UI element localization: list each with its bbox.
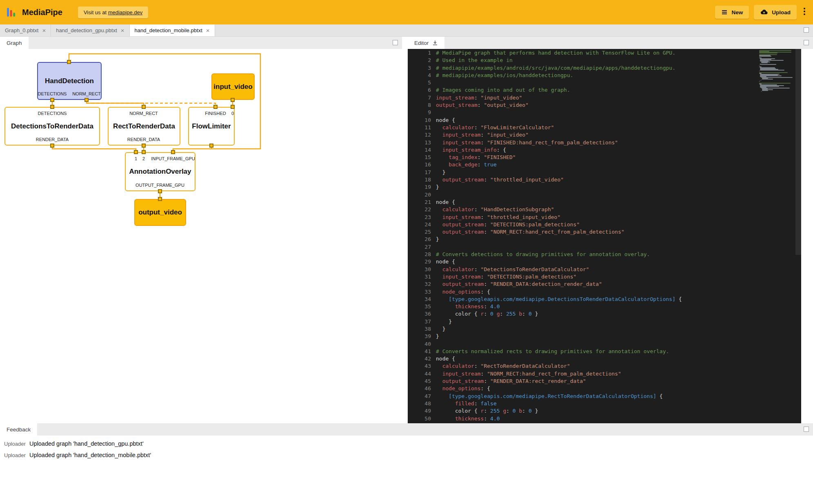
code-line[interactable]: 4# mediapipie/examples/ios/handdetection… <box>408 72 801 79</box>
code-line[interactable]: 36 color { r: 0 g: 255 b: 0 } <box>408 310 801 318</box>
code-line[interactable]: 50 thickness: 4.0 <box>408 415 801 422</box>
line-number: 21 <box>408 199 431 206</box>
code-line[interactable]: 21node { <box>408 199 801 206</box>
code-line[interactable]: 22 calculator: "HandDetectionSubgraph" <box>408 206 801 213</box>
line-number: 39 <box>408 333 431 340</box>
code-line[interactable]: 12 input_stream: "input_video" <box>408 131 801 139</box>
kebab-menu-icon[interactable] <box>802 6 806 19</box>
code-line[interactable]: 28# Converts detections to drawing primi… <box>408 251 801 258</box>
code-text: calculator: "RectToRenderDataCalculator" <box>436 363 570 370</box>
graph-popout-icon[interactable] <box>393 40 398 45</box>
port <box>142 150 146 154</box>
port <box>158 189 162 193</box>
tab-feedback[interactable]: Feedback <box>0 423 37 435</box>
tab-close-icon[interactable]: × <box>42 27 46 33</box>
code-line[interactable]: 33 node_options: { <box>408 288 801 296</box>
code-editor[interactable]: 1# MediaPipe graph that performs hand de… <box>408 49 801 423</box>
code-line[interactable]: 5 <box>408 79 801 86</box>
main-split: Graph HandDetectionDETECTIONSNORM_RECTin… <box>0 37 813 423</box>
code-line[interactable]: 27 <box>408 243 801 251</box>
code-line[interactable]: 48 filled: false <box>408 400 801 407</box>
new-button[interactable]: New <box>715 6 749 19</box>
code-line[interactable]: 24 output_stream: "DETECTIONS:palm_detec… <box>408 221 801 228</box>
panel-splitter[interactable] <box>402 37 408 423</box>
code-line[interactable]: 8output_stream: "output_video" <box>408 102 801 109</box>
code-line[interactable]: 34 [type.googleapis.com/mediapipe.Detect… <box>408 296 801 303</box>
tab-editor[interactable]: Editor <box>408 37 444 49</box>
editor-scrollbar[interactable] <box>795 49 801 255</box>
graph-node-input-video[interactable]: input_video <box>211 73 255 100</box>
line-number: 6 <box>408 86 431 94</box>
node-label: DetectionsToRenderData <box>11 122 93 130</box>
code-text: color { r: 0 g: 255 b: 0 } <box>436 310 538 318</box>
code-line[interactable]: 47 [type.googleapis.com/mediapipe.RectTo… <box>408 393 801 400</box>
code-line[interactable]: 37 } <box>408 318 801 325</box>
code-line[interactable]: 45 output_stream: "RENDER_DATA:rect_rend… <box>408 378 801 385</box>
line-number: 49 <box>408 407 431 415</box>
port-label: NORM_RECT <box>129 111 158 116</box>
code-line[interactable]: 26} <box>408 236 801 243</box>
graph-node-output-video[interactable]: output_video <box>134 199 186 226</box>
code-line[interactable]: 25 output_stream: "NORM_RECT:hand_rect_f… <box>408 228 801 236</box>
code-line[interactable]: 44 input_stream: "NORM_RECT:hand_rect_fr… <box>408 370 801 378</box>
code-line[interactable]: 23 input_stream: "throttled_input_video" <box>408 214 801 221</box>
code-line[interactable]: 9 <box>408 109 801 116</box>
node-label: HandDetection <box>45 77 94 85</box>
line-number: 32 <box>408 281 431 288</box>
code-line[interactable]: 17 } <box>408 169 801 176</box>
visit-link[interactable]: mediapipe.dev <box>108 9 143 15</box>
tab-close-icon[interactable]: × <box>121 27 124 33</box>
code-text: output_stream: "DETECTIONS:palm_detectio… <box>436 221 580 228</box>
code-line[interactable]: 2# Used in the example in <box>408 57 801 64</box>
code-line[interactable]: 49 color { r: 255 g: 0 b: 0 } <box>408 407 801 415</box>
line-number: 30 <box>408 266 431 273</box>
tab-close-icon[interactable]: × <box>206 27 210 33</box>
line-number: 47 <box>408 393 431 400</box>
code-line[interactable]: 6# Images coming into and out of the gra… <box>408 86 801 94</box>
code-line[interactable]: 32 output_stream: "RENDER_DATA:detection… <box>408 281 801 288</box>
code-line[interactable]: 18 output_stream: "throttled_input_video… <box>408 176 801 183</box>
code-line[interactable]: 11 calculator: "FlowLimiterCalculator" <box>408 124 801 131</box>
code-line[interactable]: 46 node_options: { <box>408 385 801 392</box>
code-line[interactable]: 42node { <box>408 355 801 363</box>
code-line[interactable]: 7input_stream: "input_video" <box>408 94 801 102</box>
editor-minimap[interactable] <box>759 50 794 92</box>
line-number: 41 <box>408 348 431 355</box>
tabbar-popout-icon[interactable] <box>804 27 809 33</box>
code-line[interactable]: 10node { <box>408 117 801 124</box>
code-line[interactable]: 19} <box>408 183 801 191</box>
file-tab[interactable]: Graph_0.pbtxt× <box>0 24 51 36</box>
code-text: thickness: 4.0 <box>436 415 500 422</box>
editor-popout-icon[interactable] <box>804 40 809 45</box>
code-line[interactable]: 31 input_stream: "DETECTIONS:palm_detect… <box>408 273 801 281</box>
line-number: 13 <box>408 139 431 146</box>
code-line[interactable]: 16 back_edge: true <box>408 161 801 168</box>
download-icon[interactable] <box>432 40 438 46</box>
line-number: 34 <box>408 296 431 303</box>
code-line[interactable]: 38 } <box>408 325 801 333</box>
code-line[interactable]: 3# mediapipie/examples/android/src/java/… <box>408 64 801 72</box>
file-tab[interactable]: hand_detection_mobile.pbtxt× <box>130 24 215 36</box>
upload-button[interactable]: Upload <box>754 5 797 20</box>
code-text: calculator: "FlowLimiterCalculator" <box>436 124 554 131</box>
tab-graph[interactable]: Graph <box>0 37 29 49</box>
code-line[interactable]: 14 input_stream_info: { <box>408 146 801 154</box>
file-tabs: Graph_0.pbtxt×hand_detection_gpu.pbtxt×h… <box>0 24 215 36</box>
code-line[interactable]: 39} <box>408 333 801 340</box>
code-text: } <box>436 318 452 325</box>
file-tab[interactable]: hand_detection_gpu.pbtxt× <box>51 24 129 36</box>
code-line[interactable]: 43 calculator: "RectToRenderDataCalculat… <box>408 363 801 370</box>
code-line[interactable]: 41# Converts normalized rects to drawing… <box>408 348 801 355</box>
line-number: 50 <box>408 415 431 422</box>
file-tab-label: Graph_0.pbtxt <box>5 27 38 33</box>
code-line[interactable]: 20 <box>408 191 801 199</box>
graph-canvas[interactable]: HandDetectionDETECTIONSNORM_RECTinput_vi… <box>0 49 402 423</box>
code-line[interactable]: 29node { <box>408 258 801 265</box>
code-line[interactable]: 1# MediaPipe graph that performs hand de… <box>408 49 801 57</box>
code-line[interactable]: 30 calculator: "DetectionsToRenderDataCa… <box>408 266 801 273</box>
code-line[interactable]: 35 thickness: 4.0 <box>408 303 801 310</box>
code-line[interactable]: 13 input_stream: "FINISHED:hand_rect_fro… <box>408 139 801 146</box>
code-line[interactable]: 40 <box>408 340 801 348</box>
code-line[interactable]: 15 tag_index: "FINISHED" <box>408 154 801 161</box>
feedback-popout-icon[interactable] <box>804 427 809 432</box>
